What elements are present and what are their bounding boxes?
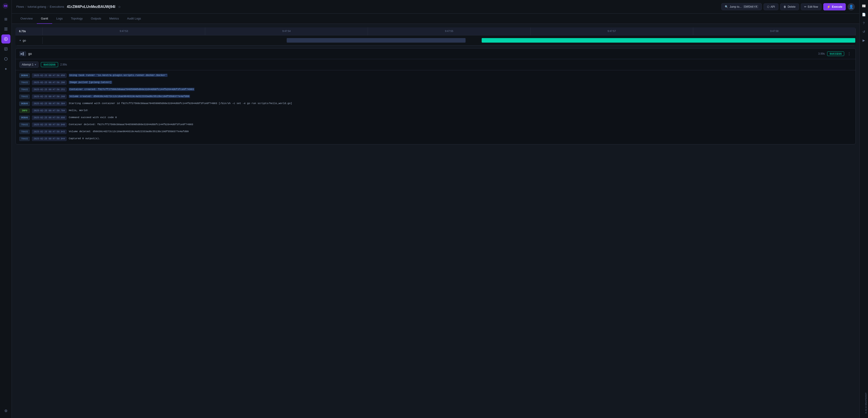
sidebar-item-executions[interactable]	[1, 34, 10, 43]
star-icon[interactable]: ☆	[118, 5, 121, 9]
jump-to-button[interactable]: 🔍 Jump to... Ctrl/Cmd + K	[721, 3, 762, 10]
sidebar-item-plugins[interactable]	[1, 55, 10, 64]
gantt-marker-3: 9:47:57	[530, 27, 693, 35]
log-message: Using task runner 'io.kestra.plugin.scri…	[69, 73, 167, 77]
task-type-icon: ▶▌	[19, 51, 26, 56]
right-panel-open-issue[interactable]: ↺	[860, 28, 868, 36]
task-more-button[interactable]: ⋮	[846, 52, 852, 56]
log-line: TRACE2025-02-25 09:47:58.260Volume creat…	[16, 93, 856, 100]
gantt-header: 6.73s 9:47:53 9:47:54 9:47:55 9:47:57 9:…	[16, 27, 856, 35]
gantt-timeline: 9:47:53 9:47:54 9:47:55 9:47:57 9:47:58	[43, 27, 856, 35]
log-timestamp: 2025-02-25 09:47:58.384	[32, 102, 66, 106]
log-level-badge: DEBUG	[19, 73, 30, 78]
right-panel: 📰 📄 ? ↺ ▶ 0.22.0-SNAPSHOT	[859, 0, 868, 418]
gantt-row-label: ▼ go	[16, 37, 43, 44]
gantt-row-name: go	[23, 39, 26, 42]
log-level-badge: DEBUG	[19, 102, 30, 106]
search-icon: 🔍	[725, 5, 728, 8]
log-line: TRACE2025-02-25 09:47:58.251Container cr…	[16, 86, 856, 93]
gantt-chart: 6.73s 9:47:53 9:47:54 9:47:55 9:47:57 9:…	[16, 27, 856, 45]
sidebar-item-dashboard[interactable]: ⊞	[1, 14, 10, 24]
tab-logs[interactable]: Logs	[52, 13, 67, 24]
attempt-status-badge: SUCCESS	[41, 62, 58, 67]
jump-to-label: Jump to...	[730, 5, 742, 8]
edit-icon: ✏	[804, 5, 806, 8]
tab-gantt[interactable]: Gantt	[37, 13, 52, 24]
api-icon: ⬡	[767, 5, 769, 8]
log-message: Command succeed with exit code 0	[69, 116, 117, 119]
right-panel-news[interactable]: 📰	[860, 2, 868, 10]
nav-tabs: Overview Gantt Logs Topology Outputs Met…	[12, 13, 859, 24]
attempt-duration: 2.99s	[60, 63, 67, 66]
execute-button[interactable]: ⚡ Execute	[823, 3, 846, 10]
log-level-badge: TRACE	[19, 137, 30, 141]
log-message: Volume created: d56636c4d272c12c16ae9649…	[69, 95, 190, 98]
task-name: go	[28, 52, 32, 56]
breadcrumb-namespace[interactable]: tutorial.golang	[28, 5, 46, 8]
log-timestamp: 2025-02-25 09:47:58.206	[32, 80, 66, 85]
docs-icon: 📄	[862, 13, 866, 16]
help-icon: ?	[863, 21, 865, 25]
sidebar-bottom: ⚙	[1, 406, 10, 415]
delete-icon: 🗑	[783, 5, 786, 8]
log-level-badge: TRACE	[19, 80, 30, 85]
attempt-label: Attempt 1	[22, 63, 33, 66]
log-line: DEBUG2025-02-25 09:47:56.956Using task r…	[16, 72, 856, 79]
news-icon: 📰	[862, 4, 866, 8]
task-panel: ▶▌ go 3.99s SUCCESS ⋮ Attempt 1 ▾ SUCCES…	[16, 48, 856, 144]
gantt-bar-pending	[287, 38, 466, 43]
sidebar-item-settings[interactable]: ⚙	[1, 406, 10, 415]
sidebar-item-logs[interactable]	[1, 44, 10, 54]
chevron-down-icon: ▾	[35, 63, 36, 66]
log-timestamp: 2025-02-25 09:47:59.940	[32, 123, 66, 127]
logo[interactable]	[2, 3, 9, 10]
svg-rect-6	[5, 48, 7, 49]
tab-audit-logs[interactable]: Audit Logs	[123, 13, 145, 24]
sidebar-item-integrations[interactable]: ✦	[1, 64, 10, 73]
breadcrumb-sep-1: /	[25, 5, 26, 8]
svg-rect-1	[4, 28, 7, 28]
log-timestamp: 2025-02-25 09:47:59.944	[32, 137, 66, 141]
chevron-down-icon[interactable]: ▼	[19, 39, 21, 42]
avatar[interactable]: 👤	[847, 3, 855, 10]
gantt-row-go[interactable]: ▼ go	[16, 35, 856, 45]
breadcrumb-flows[interactable]: Flows	[17, 5, 24, 8]
gantt-marker-4: 9:47:58	[693, 27, 856, 35]
tab-metrics[interactable]: Metrics	[105, 13, 123, 24]
gantt-bar-area	[43, 35, 856, 45]
log-timestamp: 2025-02-25 09:47:59.898	[32, 116, 66, 120]
gantt-duration-label: 6.73s	[16, 27, 43, 35]
log-line: DEBUG2025-02-25 09:47:59.898Command succ…	[16, 114, 856, 121]
tab-outputs[interactable]: Outputs	[87, 13, 105, 24]
edit-flow-button[interactable]: ✏ Edit flow	[801, 3, 822, 10]
right-panel-docs[interactable]: 📄	[860, 10, 868, 19]
sidebar-item-flows[interactable]	[1, 25, 10, 34]
log-line: TRACE2025-02-25 09:47:58.206Image pulled…	[16, 79, 856, 86]
svg-rect-7	[5, 49, 7, 49]
attempt-selector[interactable]: Attempt 1 ▾	[19, 62, 39, 68]
flow-id: 41rZM4PvLUnMezBAUWj94I	[67, 5, 115, 9]
right-panel-get-demo[interactable]: ▶	[860, 36, 868, 44]
demo-icon: ▶	[863, 39, 865, 42]
gantt-bar-running	[482, 38, 855, 43]
main-content: Flows / tutorial.golang / Executions 41r…	[12, 0, 859, 418]
log-message: Image pulled [golang:latest]	[69, 80, 112, 84]
right-panel-help[interactable]: ?	[860, 19, 868, 27]
header: Flows / tutorial.golang / Executions 41r…	[12, 0, 859, 13]
sidebar: ⊞ ✦ ⚙	[0, 0, 12, 418]
log-level-badge: TRACE	[19, 130, 30, 134]
delete-button[interactable]: 🗑 Delete	[780, 3, 799, 10]
tab-overview[interactable]: Overview	[17, 13, 37, 24]
log-timestamp: 2025-02-25 09:47:58.251	[32, 88, 66, 92]
breadcrumb-executions[interactable]: Executions	[50, 5, 64, 8]
svg-rect-8	[5, 50, 6, 50]
tab-topology[interactable]: Topology	[67, 13, 87, 24]
content-area: 6.73s 9:47:53 9:47:54 9:47:55 9:47:57 9:…	[12, 24, 859, 418]
gantt-marker-1: 9:47:54	[205, 27, 368, 35]
api-button[interactable]: ⬡ API	[764, 3, 778, 10]
svg-rect-3	[4, 30, 7, 30]
version-label: 0.22.0-SNAPSHOT	[865, 392, 867, 414]
log-level-badge: INFO	[19, 109, 30, 113]
shortcut-badge: Ctrl/Cmd + K	[743, 5, 758, 8]
svg-rect-2	[4, 29, 7, 29]
